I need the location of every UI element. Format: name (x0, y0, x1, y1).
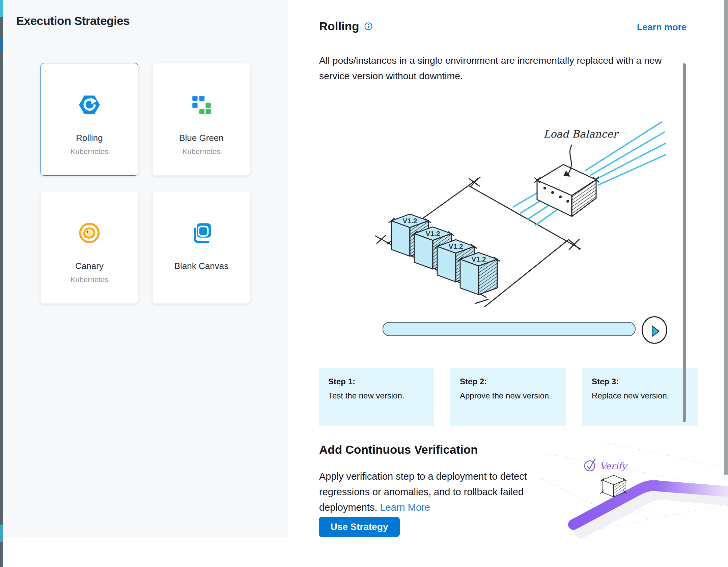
detail-title: Rolling (319, 20, 359, 33)
strategy-card-rolling[interactable]: Rolling Kubernetes (40, 63, 138, 176)
animation-progress-bar (383, 322, 636, 336)
use-strategy-button[interactable]: Use Strategy (319, 517, 400, 537)
pod-version-label: V1.2 (425, 230, 440, 237)
pod-version-label: V1.2 (402, 217, 417, 225)
edge-segment-teal-bottom (0, 525, 3, 542)
page-scrollbar[interactable] (724, 0, 728, 475)
page-title: Execution Strategies (16, 14, 130, 28)
step-title: Step 3: (592, 377, 688, 386)
strategy-card-blank-canvas[interactable]: Blank Canvas (152, 191, 250, 304)
play-animation-button[interactable] (642, 316, 667, 344)
strategy-label: Blank Canvas (174, 261, 228, 271)
info-icon[interactable] (364, 22, 373, 31)
strategy-description: All pods/instances in a single environme… (319, 53, 685, 84)
cv-learn-more-link[interactable]: Learn More (380, 502, 430, 513)
canary-icon (78, 221, 101, 245)
strategy-sublabel: Kubernetes (183, 147, 221, 156)
step-card-3: Step 3: Replace new version. (582, 368, 698, 426)
rolling-strategy-illustration: Load Balancer (369, 111, 666, 307)
background-app-edge (0, 0, 3, 567)
detail-panel-scrollbar[interactable] (683, 63, 686, 422)
strategy-picker-panel: Execution Strategies Rolling Kubernetes (3, 0, 288, 537)
strategy-card-canary[interactable]: Canary Kubernetes (40, 191, 138, 304)
step-title: Step 1: (328, 377, 425, 386)
verification-illustration: Verify (540, 438, 728, 539)
learn-more-link[interactable]: Learn more (637, 22, 687, 33)
step-card-1: Step 1: Test the new version. (319, 368, 434, 426)
strategy-label: Rolling (76, 133, 103, 143)
strategy-label: Canary (75, 261, 104, 271)
strategy-label: Blue Green (179, 133, 224, 143)
execution-strategies-dialog: Execution Strategies Rolling Kubernetes (0, 0, 728, 567)
edge-segment-teal-top (0, 0, 3, 17)
step-text: Replace new version. (592, 391, 688, 400)
step-card-2: Step 2: Approve the new version. (450, 368, 566, 426)
play-icon (647, 323, 662, 337)
verify-label: Verify (600, 461, 628, 471)
pod-version-label: V1.2 (448, 242, 463, 250)
load-balancer-label: Load Balancer (543, 128, 619, 140)
strategy-card-blue-green[interactable]: Blue Green Kubernetes (152, 63, 250, 176)
title-divider (16, 46, 279, 46)
strategy-sublabel: Kubernetes (71, 147, 109, 156)
step-text: Approve the new version. (460, 391, 556, 400)
rolling-icon (78, 93, 101, 117)
cv-section-title: Add Continuous Verification (319, 443, 478, 456)
edge-segment-blue (0, 37, 3, 51)
pod-version-label: V1.2 (471, 255, 486, 263)
blank-canvas-icon (190, 221, 213, 245)
step-text: Test the new version. (328, 391, 425, 400)
step-title: Step 2: (460, 377, 556, 386)
blue-green-icon (190, 93, 213, 117)
strategy-sublabel: Kubernetes (71, 275, 109, 284)
detail-header: Rolling (319, 20, 373, 33)
cv-description: Apply verification step to a deployment … (319, 469, 538, 515)
